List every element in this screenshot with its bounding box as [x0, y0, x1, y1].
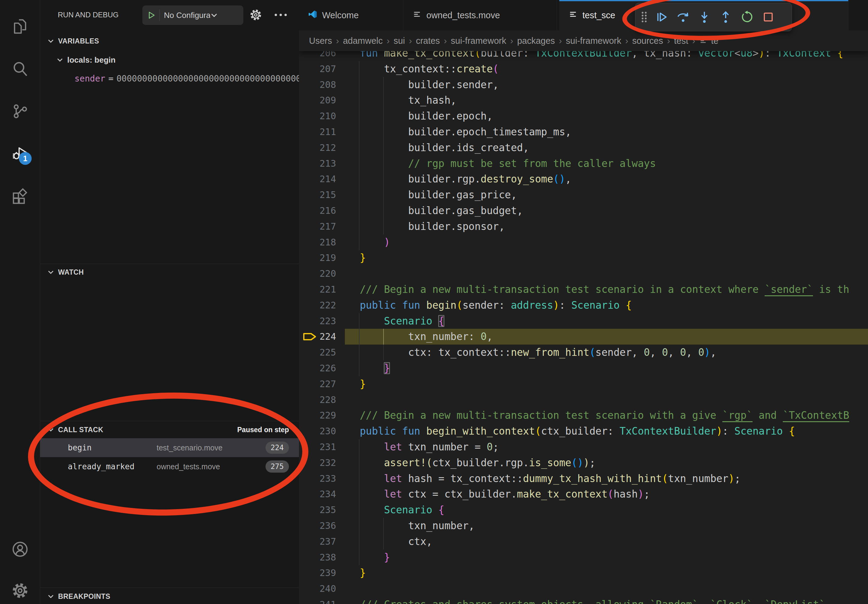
line-number[interactable]: 220 — [299, 266, 336, 282]
line-number[interactable]: 214 — [299, 171, 336, 187]
gutter[interactable] — [336, 140, 360, 156]
gutter[interactable] — [336, 61, 360, 77]
breadcrumb-item[interactable]: sui — [394, 36, 405, 46]
gutter[interactable] — [336, 407, 360, 423]
line-number[interactable]: 230 — [299, 423, 336, 439]
code-line-220[interactable]: 220 — [299, 266, 868, 282]
gutter[interactable] — [336, 266, 360, 282]
gutter[interactable] — [336, 250, 360, 266]
breadcrumb-file[interactable]: te — [711, 36, 718, 46]
continue-button[interactable] — [654, 9, 670, 25]
gutter[interactable] — [336, 124, 360, 140]
code-line-226[interactable]: 226 } — [299, 360, 868, 376]
code-line-210[interactable]: 210 builder.epoch, — [299, 108, 868, 124]
code-line-218[interactable]: 218 ) — [299, 234, 868, 250]
line-number[interactable]: 222 — [299, 297, 336, 313]
line-number[interactable]: 212 — [299, 140, 336, 156]
gutter[interactable] — [336, 471, 360, 486]
code-line-230[interactable]: 230public fun begin_with_context(ctx_bui… — [299, 423, 868, 439]
activity-item-extensions[interactable] — [0, 181, 40, 211]
restart-button[interactable] — [739, 9, 755, 25]
code-line-241[interactable]: 241/// Creates and shares system objects… — [299, 597, 868, 604]
line-number[interactable]: 231 — [299, 439, 336, 455]
line-number[interactable]: 209 — [299, 93, 336, 108]
line-number[interactable]: 241 — [299, 597, 336, 604]
line-number[interactable]: 215 — [299, 187, 336, 203]
line-number[interactable]: 232 — [299, 455, 336, 471]
code-line-236[interactable]: 236 txn_number, — [299, 518, 868, 534]
gutter[interactable] — [336, 597, 360, 604]
step-into-button[interactable] — [697, 9, 712, 25]
code-line-240[interactable]: 240 — [299, 581, 868, 597]
gutter[interactable] — [336, 486, 360, 502]
code-line-237[interactable]: 237 ctx, — [299, 534, 868, 550]
activity-item-run-and-debug[interactable]: 1 — [0, 138, 40, 169]
tab-owned_tests.move[interactable]: owned_tests.move — [403, 0, 557, 30]
gutter[interactable] — [336, 171, 360, 187]
code-line-212[interactable]: 212 builder.ids_created, — [299, 140, 868, 156]
line-number[interactable]: 228 — [299, 392, 336, 408]
gutter[interactable] — [336, 439, 360, 455]
line-number[interactable]: 234 — [299, 486, 336, 502]
call-stack-frame-begin[interactable]: begintest_scenario.move224 — [40, 438, 299, 457]
gutter[interactable] — [336, 550, 360, 565]
gutter[interactable] — [336, 282, 360, 297]
line-number[interactable]: 218 — [299, 234, 336, 250]
code-line-232[interactable]: 232 assert!(ctx_builder.rgp.is_some()); — [299, 455, 868, 471]
code-line-234[interactable]: 234 let ctx = ctx_builder.make_tx_contex… — [299, 486, 868, 502]
line-number[interactable]: 223 — [299, 313, 336, 329]
code-line-207[interactable]: 207 tx_context::create( — [299, 61, 868, 77]
code-line-238[interactable]: 238 } — [299, 550, 868, 565]
line-number[interactable]: 236 — [299, 518, 336, 534]
line-number[interactable]: 210 — [299, 108, 336, 124]
breadcrumb-item[interactable]: adamwelc — [343, 36, 383, 46]
line-number[interactable]: 235 — [299, 502, 336, 518]
stop-button[interactable] — [761, 9, 776, 25]
toolbar-drag-handle-icon[interactable] — [640, 10, 648, 24]
gutter[interactable] — [336, 455, 360, 471]
line-number[interactable]: 207 — [299, 61, 336, 77]
gutter[interactable] — [336, 313, 360, 329]
breakpoints-section-header[interactable]: BREAKPOINTS — [40, 588, 299, 604]
gutter[interactable] — [336, 77, 360, 93]
gutter[interactable] — [336, 345, 360, 360]
code-line-224[interactable]: 224 txn_number: 0, — [299, 329, 868, 345]
call-stack-section-header[interactable]: CALL STACK Paused on step — [40, 421, 299, 438]
line-number[interactable]: 213 — [299, 156, 336, 172]
breadcrumb-item[interactable]: Users — [309, 36, 332, 46]
gutter[interactable] — [336, 187, 360, 203]
code-line-219[interactable]: 219} — [299, 250, 868, 266]
gutter[interactable] — [336, 565, 360, 581]
line-number[interactable]: 226 — [299, 360, 336, 376]
line-number[interactable]: 240 — [299, 581, 336, 597]
gutter[interactable] — [336, 108, 360, 124]
gutter[interactable] — [336, 297, 360, 313]
activity-item-account[interactable] — [0, 534, 40, 564]
breadcrumb-item[interactable]: packages — [517, 36, 555, 46]
tab-Welcome[interactable]: Welcome — [299, 0, 403, 30]
code-line-231[interactable]: 231 let txn_number = 0; — [299, 439, 868, 455]
views-more-actions-button[interactable] — [274, 13, 288, 17]
code-line-217[interactable]: 217 builder.sponsor, — [299, 219, 868, 234]
activity-item-settings[interactable] — [0, 575, 40, 604]
line-number[interactable]: 239 — [299, 565, 336, 581]
breadcrumb-item[interactable]: test — [674, 36, 688, 46]
gutter[interactable] — [336, 518, 360, 534]
variables-scope-row[interactable]: locals: begin — [40, 52, 299, 68]
code-line-239[interactable]: 239} — [299, 565, 868, 581]
line-number[interactable]: 229 — [299, 407, 336, 423]
line-number[interactable]: 227 — [299, 376, 336, 392]
gutter[interactable] — [336, 502, 360, 518]
gutter[interactable] — [336, 360, 360, 376]
code-line-229[interactable]: 229/// Begin a new multi-transaction tes… — [299, 407, 868, 423]
line-number[interactable]: 219 — [299, 250, 336, 266]
activity-item-explorer[interactable] — [0, 11, 40, 42]
code-line-208[interactable]: 208 builder.sender, — [299, 77, 868, 93]
start-debugging-icon[interactable] — [147, 11, 156, 20]
code-line-216[interactable]: 216 builder.gas_budget, — [299, 203, 868, 219]
activity-item-search[interactable] — [0, 54, 40, 84]
gutter[interactable] — [336, 376, 360, 392]
run-configuration-dropdown[interactable]: No Configura — [142, 5, 243, 25]
variables-section-header[interactable]: VARIABLES — [40, 33, 299, 49]
gutter[interactable] — [336, 203, 360, 219]
